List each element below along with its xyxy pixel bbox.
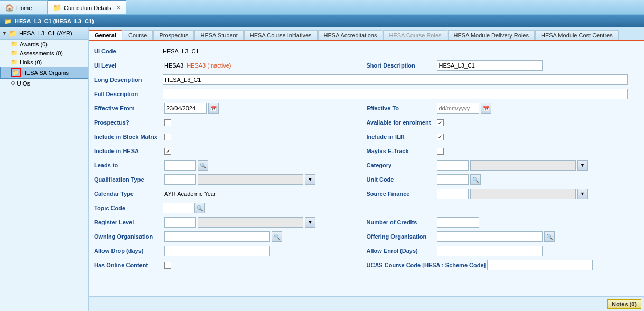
curriculum-details-close-icon[interactable]: ✕ (116, 5, 120, 11)
short-description-input[interactable] (437, 60, 543, 71)
register-level-dropdown-btn[interactable]: ▼ (305, 217, 315, 228)
tab-prospectus[interactable]: Prospectus (153, 30, 194, 40)
effective-from-calendar-btn[interactable]: 📅 (208, 103, 219, 114)
tab-hesa-module-delivery-roles[interactable]: HESA Module Delivery Roles (448, 30, 535, 40)
home-tab-label: Home (16, 5, 32, 11)
tab-hesa-student[interactable]: HESA Student (194, 30, 243, 40)
window-folder-icon: 📁 (4, 18, 12, 25)
source-finance-desc-input[interactable] (470, 189, 576, 199)
tab-hesa-course-initiatives[interactable]: HESA Course Initiatives (244, 30, 318, 40)
topic-code-search-btn[interactable]: 🔍 (194, 203, 205, 213)
collapse-icon: ▼ (2, 31, 7, 36)
category-code-input[interactable] (437, 160, 469, 171)
include-block-matrix-label: Include in Block Matrix (94, 134, 163, 140)
effective-to-input[interactable] (437, 103, 479, 114)
organisation-row: Owning Organisation 🔍 Offering Organisat… (94, 231, 639, 242)
sidebar-item-uios[interactable]: ⊙ UIOs (0, 79, 88, 88)
home-icon: 🏠 (5, 4, 14, 12)
source-finance-code-input[interactable] (437, 189, 469, 199)
unit-code-label: Unit Code (367, 176, 435, 183)
source-finance-label: Source Finance (367, 191, 435, 197)
include-ilr-checkbox[interactable] (437, 134, 444, 140)
register-level-code-input[interactable] (164, 217, 196, 228)
ui-level-label: UI Level (94, 62, 163, 69)
include-hesa-label: Include in HESA (94, 148, 163, 154)
offering-org-input[interactable] (437, 231, 543, 242)
tab-hesa-module-cost-centres[interactable]: HESA Module Cost Centres (535, 30, 619, 40)
notes-button[interactable]: Notes (0) (607, 299, 641, 309)
awards-folder-icon: 📁 (11, 41, 18, 48)
source-finance-dropdown-btn[interactable]: ▼ (577, 189, 588, 199)
register-credits-row: Register Level ▼ Number of Credits (94, 216, 639, 228)
ui-level-value: HESA3 (164, 62, 183, 69)
maytas-etrack-label: Maytas E-Track (367, 148, 435, 154)
home-tab[interactable]: 🏠 Home (0, 0, 48, 14)
effective-to-label: Effective To (367, 105, 435, 111)
curriculum-folder-icon: 📁 (53, 4, 61, 12)
qual-type-code-input[interactable] (164, 174, 196, 185)
calendar-source-row: Calendar Type AYR Academic Year Source F… (94, 188, 639, 200)
category-dropdown-btn[interactable]: ▼ (577, 160, 588, 171)
long-description-label: Long Description (94, 77, 163, 83)
register-level-desc-input[interactable] (198, 217, 303, 228)
online-ucas-row: Has Online Content UCAS Course Code [HES… (94, 259, 639, 271)
uios-icon: ⊙ (11, 80, 15, 87)
topic-code-input[interactable] (163, 203, 194, 213)
long-description-row: Long Description (94, 74, 639, 86)
available-enrolment-checkbox[interactable] (437, 119, 444, 126)
tab-course[interactable]: Course (123, 30, 153, 40)
content-tab-bar: General Course Prospectus HESA Student H… (89, 27, 644, 41)
curriculum-details-tab[interactable]: 📁 Curriculum Details ✕ (48, 0, 126, 14)
ui-code-label: UI Code (94, 48, 163, 54)
sidebar-item-hesa-sa-label: HESA SA Organis (22, 70, 69, 76)
include-hesa-checkbox[interactable] (164, 148, 171, 155)
sidebar-item-awards-label: Awards (0) (20, 41, 48, 48)
topic-code-row: Topic Code 🔍 (94, 202, 639, 214)
unit-code-search-btn[interactable]: 🔍 (470, 174, 481, 185)
curriculum-details-tab-label: Curriculum Details (64, 5, 111, 11)
tab-general[interactable]: General (89, 30, 122, 40)
owning-org-label: Owning Organisation (94, 233, 163, 240)
long-description-input[interactable] (163, 74, 628, 85)
sidebar: ▼ 📁 HESA_L3_C1 (AYR) 📁 Awards (0) 📁 Asse… (0, 27, 89, 311)
leads-category-row: Leads to 🔍 Category ▼ (94, 159, 639, 171)
sidebar-root-item[interactable]: ▼ 📁 HESA_L3_C1 (AYR) (0, 27, 88, 40)
offering-org-label: Offering Organisation (367, 233, 435, 240)
qual-type-dropdown-btn[interactable]: ▼ (305, 174, 315, 185)
owning-org-input[interactable] (164, 231, 270, 242)
links-folder-icon: 📁 (11, 59, 18, 65)
offering-org-search-btn[interactable]: 🔍 (544, 231, 555, 242)
form-area: UI Code HESA_L3_C1 UI Level HESA3 HESA3 … (89, 41, 644, 296)
include-ilr-label: Include in ILR (367, 134, 435, 140)
sidebar-root-label: HESA_L3_C1 (AYR) (19, 30, 72, 36)
tab-hesa-accreditations[interactable]: HESA Accreditations (318, 30, 383, 40)
content-area: General Course Prospectus HESA Student H… (89, 27, 644, 311)
sidebar-item-links[interactable]: 📁 Links (0) (0, 58, 88, 67)
leads-to-search-btn[interactable]: 🔍 (198, 160, 208, 171)
include-block-matrix-checkbox[interactable] (164, 134, 171, 140)
prospectus-checkbox[interactable] (164, 119, 171, 126)
owning-org-search-btn[interactable]: 🔍 (272, 231, 282, 242)
maytas-etrack-checkbox[interactable] (437, 148, 444, 155)
leads-to-input[interactable] (164, 160, 196, 171)
hesa-sa-folder-icon: 📁 (11, 68, 21, 77)
qual-type-desc-input[interactable] (198, 174, 303, 185)
calendar-type-label: Calendar Type (94, 191, 163, 197)
effective-from-input[interactable] (164, 103, 207, 114)
sidebar-item-hesa-sa-organis[interactable]: 📁 HESA SA Organis (0, 67, 88, 79)
sidebar-item-awards[interactable]: 📁 Awards (0) (0, 40, 88, 49)
category-desc-input[interactable] (470, 160, 576, 171)
full-description-input[interactable] (163, 89, 628, 99)
number-of-credits-input[interactable] (437, 217, 479, 228)
full-description-row: Full Description (94, 88, 639, 100)
has-online-content-checkbox[interactable] (164, 262, 171, 269)
allow-enrol-input[interactable] (437, 246, 543, 256)
allow-enrol-label: Allow Enrol (Days) (367, 248, 435, 254)
sidebar-item-assessments[interactable]: 📁 Assessments (0) (0, 49, 88, 58)
tab-hesa-course-roles[interactable]: HESA Course Roles (383, 30, 447, 40)
allow-drop-input[interactable] (164, 246, 270, 256)
unit-code-input[interactable] (437, 174, 469, 185)
effective-to-calendar-btn[interactable]: 📅 (481, 103, 491, 114)
prospectus-label: Prospectus? (94, 119, 163, 126)
ucas-course-code-input[interactable] (487, 260, 593, 270)
